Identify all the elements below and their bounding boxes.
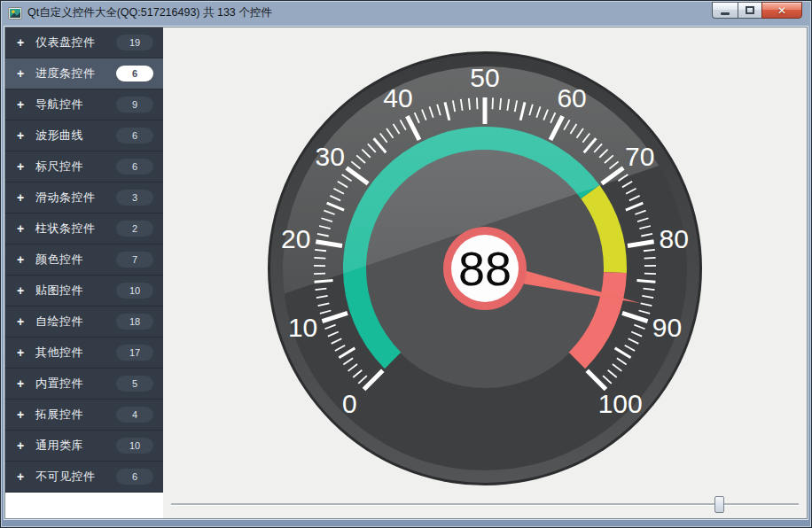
count-badge: 10 bbox=[116, 438, 153, 454]
window-title: Qt自定义控件大全(QQ:517216493) 共 133 个控件 bbox=[27, 5, 272, 20]
sidebar-item-label: 贴图控件 bbox=[35, 283, 116, 299]
plus-icon: + bbox=[17, 314, 35, 329]
plus-icon: + bbox=[17, 128, 35, 143]
sidebar-item-label: 通用类库 bbox=[35, 438, 116, 454]
app-window: Qt自定义控件大全(QQ:517216493) 共 133 个控件 ✕ +仪表盘… bbox=[0, 0, 812, 528]
plus-icon: + bbox=[17, 283, 35, 298]
close-button[interactable]: ✕ bbox=[761, 2, 802, 19]
plus-icon: + bbox=[17, 346, 35, 360]
gauge-panel: 010203040506070809010088 bbox=[263, 47, 707, 490]
sidebar-item-label: 波形曲线 bbox=[35, 128, 116, 144]
sidebar-item[interactable]: +仪表盘控件19 bbox=[5, 27, 163, 58]
gauge-value-slider bbox=[171, 496, 799, 513]
app-icon bbox=[8, 6, 22, 20]
gauge-svg: 010203040506070809010088 bbox=[263, 47, 707, 490]
maximize-button[interactable] bbox=[738, 2, 762, 19]
sidebar-item-label: 导航控件 bbox=[35, 97, 116, 113]
slider-track[interactable] bbox=[171, 503, 799, 505]
gauge-tick-label: 10 bbox=[288, 313, 317, 342]
count-badge: 9 bbox=[116, 97, 153, 113]
sidebar-item[interactable]: +通用类库10 bbox=[5, 431, 163, 462]
plus-icon: + bbox=[17, 439, 35, 453]
count-badge: 6 bbox=[116, 128, 153, 144]
sidebar-item-label: 其他控件 bbox=[35, 345, 116, 361]
sidebar-item-label: 进度条控件 bbox=[35, 66, 116, 82]
window-controls: ✕ bbox=[713, 2, 802, 19]
count-badge: 5 bbox=[116, 376, 153, 392]
sidebar-item[interactable]: +内置控件5 bbox=[5, 369, 163, 400]
plus-icon: + bbox=[17, 159, 35, 174]
sidebar-item[interactable]: +滑动条控件3 bbox=[5, 182, 163, 214]
sidebar-item-label: 柱状条控件 bbox=[35, 221, 116, 237]
sidebar-item-label: 内置控件 bbox=[35, 376, 116, 392]
sidebar-item[interactable]: +导航控件9 bbox=[5, 89, 163, 120]
sidebar-item-label: 拓展控件 bbox=[35, 407, 116, 423]
count-badge: 18 bbox=[116, 314, 153, 330]
count-badge: 10 bbox=[116, 283, 153, 299]
slider-row bbox=[163, 490, 807, 518]
sidebar-item[interactable]: +颜色控件7 bbox=[5, 245, 163, 276]
sidebar-item[interactable]: +贴图控件10 bbox=[5, 276, 163, 307]
count-badge: 4 bbox=[116, 407, 153, 423]
minimize-button[interactable] bbox=[712, 2, 738, 19]
sidebar-item[interactable]: +其他控件17 bbox=[5, 338, 163, 369]
titlebar: Qt自定义控件大全(QQ:517216493) 共 133 个控件 ✕ bbox=[1, 1, 811, 25]
maximize-icon bbox=[746, 6, 754, 14]
count-badge: 2 bbox=[116, 221, 153, 237]
sidebar-item[interactable]: +拓展控件4 bbox=[5, 400, 163, 431]
plus-icon: + bbox=[17, 377, 35, 391]
count-badge: 6 bbox=[116, 469, 153, 485]
sidebar-item[interactable]: +波形曲线6 bbox=[5, 120, 163, 151]
sidebar-item-label: 颜色控件 bbox=[35, 252, 116, 268]
gauge-tick-label: 0 bbox=[342, 389, 357, 418]
plus-icon: + bbox=[17, 408, 35, 422]
plus-icon: + bbox=[17, 190, 35, 205]
sidebar-item[interactable]: +不可见控件6 bbox=[5, 462, 163, 493]
plus-icon: + bbox=[17, 97, 35, 112]
gauge-value: 88 bbox=[458, 242, 511, 295]
plus-icon: + bbox=[17, 221, 35, 236]
minimize-icon bbox=[721, 12, 730, 15]
client-area: +仪表盘控件19+进度条控件6+导航控件9+波形曲线6+标尺控件6+滑动条控件3… bbox=[4, 27, 808, 519]
sidebar-item-label: 仪表盘控件 bbox=[35, 35, 116, 50]
gauge-tick-label: 80 bbox=[660, 224, 689, 253]
count-badge: 17 bbox=[116, 345, 153, 361]
count-badge: 6 bbox=[116, 159, 153, 175]
sidebar: +仪表盘控件19+进度条控件6+导航控件9+波形曲线6+标尺控件6+滑动条控件3… bbox=[5, 27, 163, 518]
count-badge: 19 bbox=[116, 35, 153, 50]
sidebar-item[interactable]: +标尺控件6 bbox=[5, 151, 163, 182]
count-badge: 7 bbox=[116, 252, 153, 268]
sidebar-item-label: 滑动条控件 bbox=[35, 190, 116, 206]
sidebar-item-label: 自绘控件 bbox=[35, 314, 116, 330]
gauge-tick-label: 90 bbox=[652, 313, 682, 342]
sidebar-item[interactable]: +进度条控件6 bbox=[5, 58, 163, 89]
main-panel: 010203040506070809010088 bbox=[163, 27, 807, 518]
plus-icon: + bbox=[17, 66, 35, 81]
plus-icon: + bbox=[17, 252, 35, 267]
count-badge: 6 bbox=[116, 66, 153, 82]
plus-icon: + bbox=[17, 470, 35, 484]
slider-handle[interactable] bbox=[714, 496, 724, 513]
sidebar-item[interactable]: +自绘控件18 bbox=[5, 307, 163, 338]
close-icon: ✕ bbox=[777, 5, 786, 16]
plus-icon: + bbox=[17, 35, 35, 50]
sidebar-item[interactable]: +柱状条控件2 bbox=[5, 214, 163, 245]
count-badge: 3 bbox=[116, 190, 153, 206]
sidebar-item-label: 标尺控件 bbox=[35, 159, 116, 175]
gauge-tick-label: 100 bbox=[598, 389, 643, 418]
sidebar-item-label: 不可见控件 bbox=[35, 469, 116, 485]
